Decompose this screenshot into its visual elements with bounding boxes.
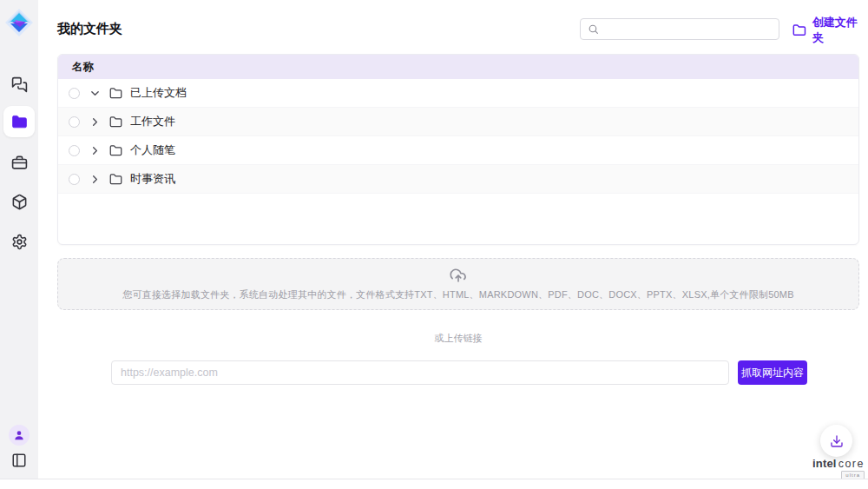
chevron-right-icon[interactable] — [89, 116, 100, 127]
or-upload-link-label: 或上传链接 — [57, 332, 859, 345]
create-folder-label: 创建文件夹 — [812, 15, 868, 46]
download-icon — [830, 434, 844, 448]
cloud-upload-icon — [449, 267, 468, 286]
app-window: 我的文件夹 创建文件夹 名称 已上传文档 — [0, 0, 868, 489]
panel-left-icon — [11, 453, 27, 468]
table-row[interactable]: 个人随笔 — [58, 136, 858, 165]
search-input[interactable] — [604, 19, 779, 39]
intel-wordmark: intel — [812, 457, 837, 470]
sidebar-item-toolbox[interactable] — [0, 149, 38, 175]
create-folder-button[interactable]: 创建文件夹 — [792, 22, 868, 39]
table-row[interactable]: 已上传文档 — [58, 79, 858, 108]
folder-icon — [109, 144, 122, 157]
search-box[interactable] — [580, 18, 779, 40]
chevron-right-icon[interactable] — [89, 174, 100, 184]
upload-hint-text: 您可直接选择加载文件夹，系统自动处理其中的文件，文件格式支持TXT、HTML、M… — [122, 288, 793, 301]
app-logo[interactable] — [3, 7, 35, 38]
sidebar-item-folders[interactable] — [3, 106, 35, 137]
window-bottom-edge — [0, 479, 868, 489]
briefcase-icon — [11, 155, 28, 171]
folder-plus-icon — [792, 23, 806, 37]
folder-icon — [109, 87, 122, 100]
gear-icon — [11, 234, 28, 250]
row-checkbox[interactable] — [69, 145, 80, 156]
table-row[interactable]: 工作文件 — [58, 108, 858, 136]
collapse-sidebar-button[interactable] — [0, 449, 38, 472]
sidebar-item-chat[interactable] — [0, 71, 38, 97]
user-avatar[interactable] — [9, 425, 30, 446]
folder-icon — [11, 114, 28, 130]
page-title: 我的文件夹 — [57, 21, 122, 37]
sidebar — [0, 0, 38, 479]
folder-name: 时事资讯 — [130, 171, 175, 187]
folder-icon — [109, 173, 122, 186]
chevron-down-icon[interactable] — [89, 88, 100, 98]
box-icon — [11, 194, 28, 210]
folder-name: 工作文件 — [130, 114, 175, 129]
sidebar-item-packages[interactable] — [0, 188, 38, 215]
fetch-url-button[interactable]: 抓取网址内容 — [738, 360, 807, 385]
row-checkbox[interactable] — [69, 88, 80, 99]
folder-name: 个人随笔 — [130, 142, 175, 158]
chat-icon — [11, 76, 28, 93]
core-wordmark: core — [838, 458, 865, 470]
folder-name: 已上传文档 — [130, 85, 187, 101]
intel-core-logo: intel core ultra — [806, 457, 865, 479]
upload-dropzone[interactable]: 您可直接选择加载文件夹，系统自动处理其中的文件，文件格式支持TXT、HTML、M… — [57, 258, 859, 310]
search-icon — [588, 23, 599, 35]
table-header-name: 名称 — [58, 55, 858, 79]
table-row[interactable]: 时事资讯 — [58, 165, 858, 194]
user-icon — [13, 429, 25, 441]
download-fab-button[interactable] — [820, 425, 852, 457]
folder-icon — [109, 116, 122, 129]
row-checkbox[interactable] — [69, 116, 80, 128]
row-checkbox[interactable] — [69, 174, 80, 185]
chevron-right-icon[interactable] — [89, 145, 100, 155]
folder-table: 名称 已上传文档 工作文件 — [57, 54, 859, 245]
url-input[interactable] — [111, 360, 729, 385]
sidebar-item-settings[interactable] — [0, 228, 38, 254]
